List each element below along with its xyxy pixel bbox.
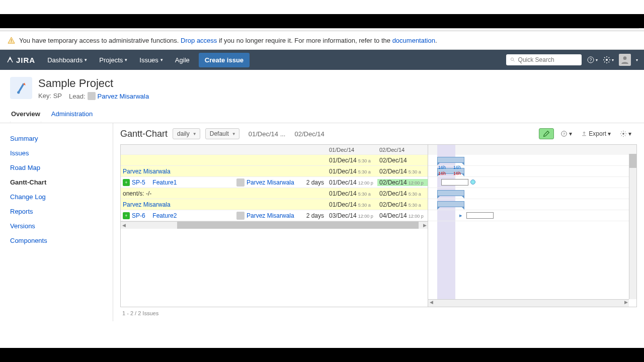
avatar-icon (88, 92, 96, 100)
sidebar-item-road-map[interactable]: Road Map (0, 160, 113, 175)
forward-button[interactable] (19, 17, 30, 28)
project-header: Sample Project Key: SP Lead: Parvez Misa… (0, 70, 644, 100)
issue-icon: + (123, 212, 130, 219)
edit-button[interactable] (539, 128, 554, 139)
issue-row[interactable]: + SP-5 Feature1Parvez Misarwala2 days01/… (121, 177, 428, 188)
gantt-title: Gantt-Chart (120, 129, 168, 139)
project-lead-link[interactable]: Parvez Misarwala (98, 93, 149, 100)
project-tabs: Overview Administration (0, 106, 644, 123)
sidebar-item-reports[interactable]: Reports (0, 204, 113, 219)
issue-summary[interactable]: Feature1 (152, 179, 177, 186)
create-issue-button[interactable]: Create issue (199, 53, 250, 67)
date-from: 01/Dec/14 ... (249, 130, 286, 138)
documentation-link[interactable]: documentation (392, 37, 435, 44)
summary-row[interactable]: Parvez Misarwala01/Dec/145:30 a02/Dec/14… (121, 199, 428, 210)
summary-row[interactable]: 01/Dec/145:30 a02/Dec/14 (121, 155, 428, 166)
issue-key[interactable]: SP-5 (132, 179, 145, 186)
assignee[interactable]: Parvez Misarwala (247, 212, 294, 219)
sidebar: SummaryIssuesRoad MapGantt-ChartChange L… (0, 123, 113, 321)
nav-dashboards[interactable]: Dashboards▾ (42, 53, 92, 67)
view-select[interactable]: daily (173, 128, 200, 139)
svg-rect-0 (54, 20, 58, 25)
summary-row[interactable]: onent/s: -/-01/Dec/145:30 a02/Dec/145:30… (121, 188, 428, 199)
settings-button[interactable]: ▾ (617, 129, 634, 139)
preset-select[interactable]: Default (205, 128, 239, 139)
warning-icon: ! (7, 36, 15, 44)
jira-logo[interactable]: JIRA (6, 56, 35, 64)
issues-count: 1 - 2 / 2 Issues (120, 310, 637, 316)
sidebar-item-gantt-chart[interactable]: Gantt-Chart (0, 175, 113, 190)
sidebar-item-versions[interactable]: Versions (0, 219, 113, 233)
svg-point-7 (623, 56, 627, 60)
tab-administration[interactable]: Administration (50, 106, 94, 123)
quick-search[interactable] (506, 54, 582, 65)
timeline-vscroll[interactable] (629, 154, 636, 299)
search-icon (510, 57, 516, 63)
top-nav: JIRA Dashboards▾ Projects▾ Issues▾ Agile… (0, 50, 644, 70)
svg-line-3 (513, 60, 515, 62)
help-button[interactable]: ?▾ (558, 129, 575, 139)
drop-access-link[interactable]: Drop access (181, 37, 217, 44)
sidebar-item-components[interactable]: Components (0, 233, 113, 248)
export-button[interactable]: Export▾ (579, 129, 613, 139)
svg-point-8 (17, 91, 20, 94)
nav-projects[interactable]: Projects▾ (94, 53, 132, 67)
project-key: SP (53, 92, 62, 100)
sidebar-item-change-log[interactable]: Change Log (0, 190, 113, 204)
browser-chrome: localhost:8080/browse/SP/?selectedTab=de… (0, 14, 644, 31)
assignee[interactable]: Parvez Misarwala (247, 179, 294, 186)
svg-text:?: ? (563, 132, 565, 136)
banner-text-2: if you no longer require it. For more in… (219, 37, 390, 44)
project-icon (10, 77, 32, 99)
tab-overview[interactable]: Overview (10, 106, 41, 123)
issue-key[interactable]: SP-6 (132, 212, 145, 219)
back-button[interactable] (4, 17, 15, 28)
user-avatar[interactable] (619, 54, 631, 66)
grid-hscroll[interactable]: ◀ ▶ (121, 221, 428, 229)
reload-button[interactable] (34, 17, 45, 28)
svg-point-2 (511, 58, 513, 60)
nav-agile[interactable]: Agile (170, 53, 195, 67)
issue-summary[interactable]: Feature2 (152, 212, 177, 219)
avatar-icon (236, 178, 245, 187)
svg-point-11 (622, 133, 624, 135)
url-bar[interactable]: localhost:8080/browse/SP/?selectedTab=de… (49, 17, 640, 29)
nav-issues[interactable]: Issues▾ (134, 53, 168, 67)
summary-row[interactable]: Parvez Misarwala01/Dec/145:30 a02/Dec/14… (121, 166, 428, 177)
page-icon (53, 20, 59, 26)
sidebar-item-summary[interactable]: Summary (0, 131, 113, 146)
banner-text: You have temporary access to administrat… (19, 37, 179, 44)
sidebar-item-issues[interactable]: Issues (0, 146, 113, 160)
timeline-hscroll[interactable]: ◀ ▶ (428, 299, 629, 307)
project-title: Sample Project (38, 77, 149, 90)
search-input[interactable] (518, 56, 578, 63)
url-text: localhost:8080/browse/SP/?selectedTab=de… (62, 19, 327, 26)
issue-row[interactable]: + SP-6 Feature2Parvez Misarwala2 days03/… (121, 210, 428, 221)
avatar-icon (236, 212, 245, 220)
gantt-timeline: 16h 16h 16h 16h ▸ ◀ ▶ (428, 145, 636, 307)
issue-icon: + (123, 179, 130, 186)
svg-text:!: ! (11, 38, 12, 43)
svg-point-6 (606, 59, 608, 61)
date-to: 02/Dec/14 (294, 130, 324, 138)
bookmark-icon[interactable] (330, 19, 338, 27)
admin-banner: ! You have temporary access to administr… (0, 31, 644, 50)
help-icon[interactable]: ?▾ (587, 54, 598, 65)
gantt-grid: 01/Dec/14 02/Dec/14 01/Dec/145:30 a02/De… (121, 145, 428, 307)
settings-icon[interactable]: ▾ (603, 54, 614, 65)
svg-text:?: ? (589, 57, 592, 62)
grid-header: 01/Dec/14 02/Dec/14 (121, 145, 428, 155)
